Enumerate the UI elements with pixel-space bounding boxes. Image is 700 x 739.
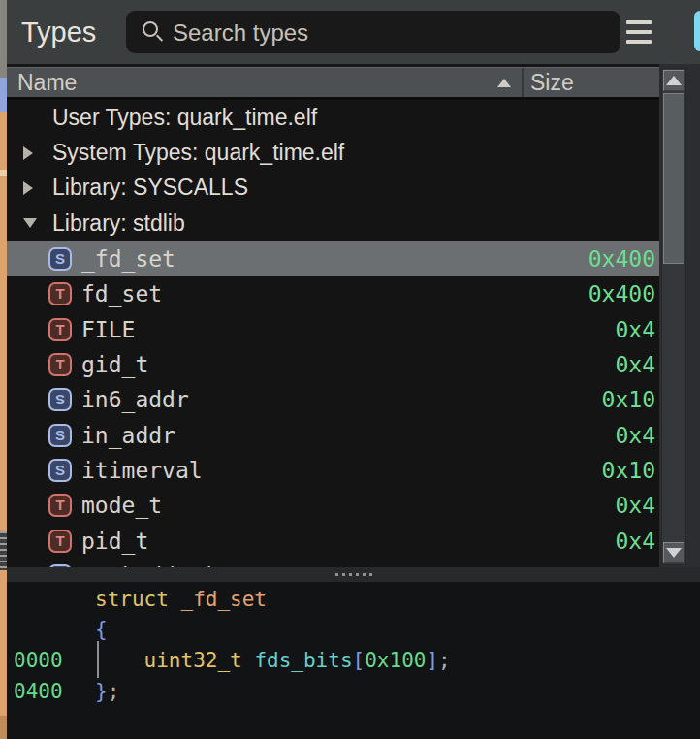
typedef-badge-icon: T	[48, 530, 72, 553]
group-label: User Types: quark_time.elf	[52, 105, 317, 131]
search-box[interactable]	[126, 11, 620, 53]
code-line: 0000 uint32_t fds_bits[0x100];	[7, 645, 700, 676]
group-label: Library: stdlib	[52, 210, 185, 237]
types-panel-main: Types Name Size User Types: quark_time.e…	[7, 0, 700, 739]
type-row[interactable]: Ssockaddr_in0x100	[7, 559, 659, 567]
typedef-badge-icon: T	[48, 353, 72, 376]
type-size: 0x4	[615, 423, 659, 448]
code-line: {	[7, 615, 700, 646]
edge-strip-blue	[0, 78, 7, 112]
type-size: 0x400	[589, 281, 659, 306]
column-header-row: Name Size	[7, 67, 659, 97]
expand-arrow-icon[interactable]	[23, 146, 52, 160]
struct-badge-icon: S	[48, 247, 72, 271]
panel-drag-handle-icon[interactable]	[0, 531, 7, 570]
typedef-badge-icon: T	[48, 282, 72, 305]
adjacent-panel-tab[interactable]	[694, 11, 700, 51]
collapse-arrow-icon[interactable]	[23, 218, 52, 228]
typedef-badge-icon: T	[48, 318, 72, 341]
type-name: itimerval	[81, 458, 203, 483]
struct-badge-icon: S	[48, 388, 72, 411]
column-header-size[interactable]: Size	[530, 68, 574, 97]
code-line: struct _fd_set	[7, 584, 700, 615]
search-input[interactable]	[171, 11, 611, 55]
type-name: gid_t	[81, 352, 148, 377]
type-name: in_addr	[81, 423, 175, 448]
type-name: in6_addr	[81, 387, 189, 412]
type-row[interactable]: Sitimerval0x10	[7, 453, 659, 488]
brace-guide-line	[97, 641, 99, 678]
code-address-gutter: 0400	[7, 680, 95, 703]
edge-strip-gray	[0, 0, 7, 78]
type-row[interactable]: TFILE0x4	[7, 311, 659, 346]
code-text: struct _fd_set	[95, 588, 267, 611]
search-icon	[143, 21, 158, 37]
scrollbar-thumb[interactable]	[663, 93, 684, 264]
code-lines: struct _fd_set{0000 uint32_t fds_bits[0x…	[7, 584, 700, 706]
group-label: Library: SYSCALLS	[52, 175, 248, 201]
typedef-badge-icon: T	[48, 494, 72, 517]
type-list: User Types: quark_time.elfSystem Types: …	[7, 100, 659, 567]
panel-edge-strip	[0, 0, 7, 739]
vertical-scrollbar[interactable]	[661, 68, 686, 565]
scroll-up-arrow-icon	[666, 76, 682, 85]
type-name: FILE	[81, 317, 135, 342]
scroll-down-button[interactable]	[663, 542, 684, 563]
edge-strip-dark	[0, 716, 7, 739]
sort-ascending-icon[interactable]	[497, 79, 511, 87]
struct-badge-icon: S	[48, 459, 72, 482]
column-header-name[interactable]: Name	[17, 68, 77, 97]
column-divider[interactable]	[522, 68, 524, 98]
types-toolbar: Types	[7, 0, 700, 64]
code-address-gutter: 0000	[7, 649, 95, 672]
type-row[interactable]: S_fd_set0x400	[7, 241, 659, 276]
type-size: 0x4	[615, 529, 659, 554]
tree-group-row[interactable]: System Types: quark_time.elf	[7, 135, 659, 170]
type-row[interactable]: Tpid_t0x4	[7, 524, 659, 559]
type-row[interactable]: Tfd_set0x400	[7, 276, 659, 311]
expand-arrow-icon[interactable]	[23, 181, 52, 195]
panel-title: Types	[21, 0, 96, 64]
type-size: 0x10	[602, 387, 659, 412]
type-name: _fd_set	[81, 246, 175, 272]
tree-group-row[interactable]: Library: stdlib	[7, 206, 659, 241]
type-row[interactable]: Sin_addr0x4	[7, 418, 659, 453]
type-name: fd_set	[81, 281, 162, 306]
tree-group-row[interactable]: Library: SYSCALLS	[7, 171, 659, 206]
type-size: 0x4	[615, 317, 659, 342]
types-panel: Types Name Size User Types: quark_time.e…	[0, 0, 700, 739]
type-preview-pane[interactable]: struct _fd_set{0000 uint32_t fds_bits[0x…	[7, 582, 700, 739]
type-row[interactable]: Tmode_t0x4	[7, 488, 659, 523]
tree-group-row[interactable]: User Types: quark_time.elf	[7, 100, 659, 135]
group-label: System Types: quark_time.elf	[52, 140, 344, 166]
type-size: 0x400	[589, 246, 659, 272]
code-text: {	[95, 618, 108, 641]
struct-badge-icon: S	[48, 424, 72, 447]
code-line: 0400};	[7, 676, 700, 707]
type-size: 0x10	[602, 458, 659, 483]
scroll-down-arrow-icon	[666, 548, 682, 558]
type-row[interactable]: Sin6_addr0x10	[7, 382, 659, 417]
type-name: pid_t	[81, 529, 148, 554]
splitter-handle[interactable]	[7, 567, 700, 582]
type-row[interactable]: Tgid_t0x4	[7, 347, 659, 382]
type-size: 0x4	[615, 493, 659, 518]
type-size: 0x4	[615, 352, 659, 377]
code-text: uint32_t fds_bits[0x100];	[95, 649, 451, 672]
code-text: };	[95, 680, 119, 703]
edge-strip-highlight	[0, 170, 7, 176]
type-name: mode_t	[81, 493, 162, 518]
menu-icon[interactable]	[626, 20, 652, 44]
scroll-up-button[interactable]	[663, 70, 684, 91]
